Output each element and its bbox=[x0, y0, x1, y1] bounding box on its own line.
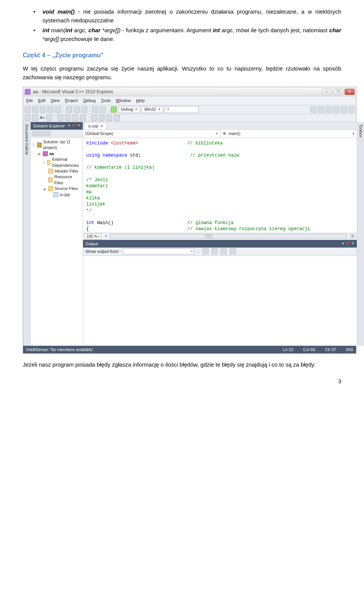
open-icon[interactable] bbox=[40, 107, 46, 113]
scope-bar: (Global Scope) ⚛main() bbox=[83, 130, 357, 138]
tree-source-files[interactable]: ◢Source Files bbox=[32, 186, 81, 191]
output-subbar: Show output from: bbox=[83, 248, 357, 256]
toolbar-icon[interactable] bbox=[80, 115, 86, 121]
title-bar: aa - Microsoft Visual C++ 2010 Express —… bbox=[23, 87, 356, 96]
new-project-icon[interactable] bbox=[25, 107, 31, 113]
toolbar-icon[interactable] bbox=[311, 107, 317, 113]
output-tool-icon[interactable] bbox=[202, 248, 209, 254]
scope-right-dropdown[interactable]: ⚛main() bbox=[220, 130, 357, 138]
output-body[interactable] bbox=[83, 256, 357, 346]
output-tool-icon[interactable] bbox=[230, 248, 236, 254]
menu-debug[interactable]: Debug bbox=[83, 97, 96, 104]
pin-icon[interactable]: 📌 bbox=[346, 241, 350, 246]
status-intellisense: IntelliSense: 'No members available' bbox=[26, 347, 93, 353]
add-item-icon[interactable] bbox=[32, 107, 38, 113]
rail-toolbox[interactable]: Toolbox bbox=[357, 122, 364, 346]
code-id: argc bbox=[221, 27, 232, 33]
menu-view[interactable]: View bbox=[51, 97, 60, 104]
collapse-icon[interactable]: ▢ bbox=[32, 143, 36, 147]
closing-paragraph: Jeżeli nasz program posiada błędy zgłasz… bbox=[23, 361, 341, 369]
expand-icon[interactable]: ▷ bbox=[43, 160, 46, 165]
maximize-button[interactable]: ☐ bbox=[333, 89, 343, 95]
zoom-dropdown[interactable]: 100 % bbox=[85, 233, 102, 240]
tree-resource-files[interactable]: Resource Files bbox=[32, 174, 81, 186]
solution-tool-icon[interactable] bbox=[39, 131, 44, 136]
start-debug-icon[interactable] bbox=[111, 107, 117, 113]
toolbar-icon[interactable] bbox=[46, 115, 52, 121]
dropdown-icon[interactable]: ▾ bbox=[68, 123, 70, 129]
tab-acpp[interactable]: a.cpp× bbox=[85, 122, 106, 130]
solution-tool-icon[interactable] bbox=[45, 131, 50, 136]
dropdown-icon[interactable]: ▾ bbox=[342, 241, 344, 246]
collapse-icon[interactable]: ◢ bbox=[43, 187, 47, 191]
save-all-icon[interactable] bbox=[55, 107, 61, 113]
pane-header-buttons: ▾📌✕ bbox=[342, 241, 355, 246]
code-editor[interactable]: #include <iostream> // biblioteka using … bbox=[83, 138, 357, 233]
save-icon[interactable] bbox=[47, 107, 53, 113]
toolbar-icon[interactable] bbox=[106, 115, 112, 121]
menu-help[interactable]: Help bbox=[136, 97, 145, 104]
status-col: Col 66 bbox=[303, 347, 315, 353]
tree-file-acpp[interactable]: a.cpp bbox=[32, 192, 81, 198]
menu-edit[interactable]: Edit bbox=[38, 97, 46, 104]
toolbar-icon[interactable] bbox=[326, 107, 332, 113]
solution-explorer-header: Solution Explorer ▾📌✕ bbox=[31, 122, 83, 130]
scroll-left-icon[interactable]: ◂ bbox=[105, 234, 107, 239]
config-dropdown[interactable]: Debug bbox=[118, 106, 140, 113]
toolbar-icon[interactable] bbox=[341, 107, 347, 113]
rail-document-outline[interactable]: Document Outline bbox=[23, 122, 31, 346]
toolbar-icon[interactable] bbox=[348, 107, 355, 113]
paste-icon[interactable] bbox=[81, 107, 87, 113]
a-plus-label[interactable]: A+ bbox=[40, 115, 45, 121]
platform-dropdown[interactable]: Win32 bbox=[141, 106, 163, 113]
work-area: Document Outline Solution Explorer ▾📌✕ ▢… bbox=[23, 122, 356, 346]
collapse-icon[interactable]: ◢ bbox=[38, 151, 41, 156]
solution-explorer: Solution Explorer ▾📌✕ ▢Solution 'aa' (1 … bbox=[31, 122, 83, 346]
tab-close-icon[interactable]: × bbox=[100, 123, 103, 129]
tree-solution[interactable]: ▢Solution 'aa' (1 project) bbox=[32, 139, 81, 151]
undo-icon[interactable] bbox=[92, 107, 98, 113]
status-ch: Ch 37 bbox=[325, 347, 336, 353]
toolbar-icon[interactable] bbox=[333, 107, 339, 113]
menu-file[interactable]: File bbox=[26, 97, 33, 104]
bullet-item: • int main(int argc, char *argv[]) - fun… bbox=[33, 26, 341, 43]
toolbar-icon[interactable] bbox=[65, 115, 71, 121]
scroll-right-icon[interactable]: ▸ bbox=[350, 234, 355, 238]
toolbar-icon[interactable] bbox=[25, 115, 31, 121]
minimize-button[interactable]: — bbox=[322, 89, 332, 95]
method-icon: ⚛ bbox=[223, 130, 226, 137]
output-tool-icon[interactable] bbox=[212, 248, 218, 254]
toolbar-icon[interactable] bbox=[32, 115, 38, 121]
cut-icon[interactable] bbox=[66, 107, 72, 113]
toolbar-icon[interactable] bbox=[57, 115, 63, 121]
scope-left-dropdown[interactable]: (Global Scope) bbox=[83, 130, 220, 138]
menu-tools[interactable]: Tools bbox=[101, 97, 111, 104]
tree-external-deps[interactable]: ▷External Dependencies bbox=[32, 157, 81, 168]
tree-label: a.cpp bbox=[60, 192, 70, 198]
close-icon[interactable]: ✕ bbox=[351, 241, 355, 246]
tree-header-files[interactable]: Header Files bbox=[32, 168, 81, 174]
close-icon[interactable]: ✕ bbox=[77, 123, 80, 129]
copy-icon[interactable] bbox=[74, 107, 80, 113]
output-source-dropdown[interactable] bbox=[122, 248, 195, 254]
menu-window[interactable]: Window bbox=[116, 97, 131, 104]
horizontal-scrollbar[interactable] bbox=[110, 234, 347, 238]
bullet-body-text: przechowuje te dane. bbox=[59, 36, 115, 42]
search-dropdown[interactable] bbox=[165, 106, 199, 113]
toolbar-icon[interactable] bbox=[99, 115, 105, 121]
toolbar-icon[interactable] bbox=[91, 115, 97, 121]
pin-icon[interactable]: 📌 bbox=[72, 123, 76, 129]
editor-tabs: a.cpp× bbox=[83, 122, 357, 130]
bullet-marker: • bbox=[33, 26, 42, 43]
tab-label: a.cpp bbox=[88, 123, 98, 129]
toolbar-icon[interactable] bbox=[114, 115, 120, 121]
redo-icon[interactable] bbox=[100, 107, 106, 113]
toolbar-separator bbox=[55, 115, 55, 121]
toolbar-icon[interactable] bbox=[318, 107, 324, 113]
output-tool-icon[interactable] bbox=[221, 248, 227, 254]
close-button[interactable]: ✕ bbox=[345, 89, 355, 95]
menu-project[interactable]: Project bbox=[65, 97, 78, 104]
tree-project[interactable]: ◢aa bbox=[32, 151, 81, 157]
toolbar-icon[interactable] bbox=[72, 115, 78, 121]
solution-tool-icon[interactable] bbox=[32, 131, 38, 136]
